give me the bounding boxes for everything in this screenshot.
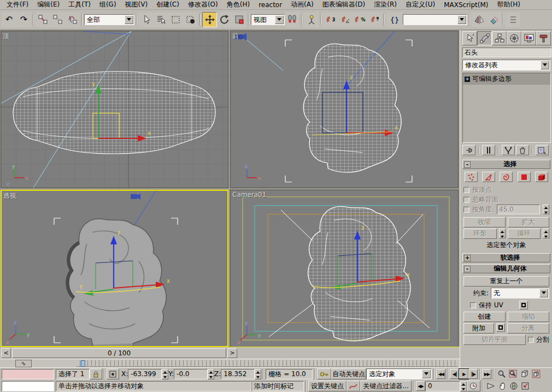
show-end-result-button[interactable] xyxy=(482,145,495,155)
next-frame-button[interactable]: ‖▶ xyxy=(468,369,478,379)
named-selection-sets-button[interactable]: {} xyxy=(386,12,403,27)
key-mode-toggle[interactable]: ◀▶ xyxy=(416,381,425,391)
viewport-front[interactable]: z x z x 前 xyxy=(230,31,459,188)
preserve-uv-settings-button[interactable] xyxy=(519,301,528,309)
slice-plane-button[interactable]: 切片平面 xyxy=(463,335,526,345)
menu-customize[interactable]: 自定义(U) xyxy=(401,0,439,10)
subobject-vertex-button[interactable] xyxy=(465,172,478,182)
tab-display[interactable] xyxy=(521,31,536,45)
auto-key-button[interactable]: 自动关键点 xyxy=(331,368,366,379)
menu-group[interactable]: 组(G) xyxy=(95,0,121,10)
attach-button[interactable]: 附加 xyxy=(463,323,494,334)
modifier-list-dropdown[interactable]: 修改器列表 xyxy=(462,60,550,71)
x-spinner[interactable] xyxy=(162,369,168,379)
arc-rotate-button[interactable] xyxy=(508,381,519,391)
rollout-selection-header[interactable]: -选择 xyxy=(462,160,550,169)
default-in-out-tangents-button[interactable] xyxy=(347,381,360,391)
menu-edit[interactable]: 编辑(E) xyxy=(33,0,64,10)
angle-value-field[interactable]: 45.0 xyxy=(497,204,540,214)
create-button[interactable]: 创建 xyxy=(463,312,506,322)
dropdown-arrow-icon[interactable] xyxy=(539,289,548,297)
key-selection-filter-dropdown[interactable]: 选定对象 xyxy=(366,368,432,379)
select-and-manipulate-button[interactable] xyxy=(304,12,319,27)
dropdown-arrow-icon[interactable] xyxy=(125,15,133,24)
pan-button[interactable] xyxy=(496,381,508,391)
frame-spinner[interactable] xyxy=(460,381,467,391)
z-coordinate-field[interactable]: 18.352 xyxy=(221,369,255,379)
subobject-edge-button[interactable] xyxy=(482,172,495,182)
ring-spinner[interactable] xyxy=(499,229,506,238)
subobject-polygon-button[interactable] xyxy=(518,172,531,182)
viewport-top[interactable]: y x y x z 顶 xyxy=(1,31,228,188)
tab-motion[interactable] xyxy=(507,31,521,45)
y-coordinate-field[interactable]: -0.0 xyxy=(174,369,208,379)
maxscript-mini-listener-pink[interactable] xyxy=(2,369,54,379)
select-and-scale-button[interactable] xyxy=(232,12,246,27)
menu-views[interactable]: 视图(V) xyxy=(121,0,152,10)
named-selection-dropdown[interactable] xyxy=(403,14,467,25)
selection-lock-toggle[interactable] xyxy=(90,368,102,379)
menu-rendering[interactable]: 渲染(R) xyxy=(369,0,401,10)
angle-snap-button[interactable] xyxy=(338,12,353,27)
play-button[interactable]: ▶ xyxy=(459,369,468,379)
previous-frame-button[interactable]: ◀‖ xyxy=(450,369,459,379)
ring-button[interactable]: 环形 xyxy=(463,229,497,239)
zoom-extents-all-button[interactable] xyxy=(530,369,542,379)
current-frame-field[interactable]: 0 xyxy=(425,381,460,391)
collapse-icon[interactable]: - xyxy=(464,161,471,168)
menu-graph-editors[interactable]: 图表编辑器(D) xyxy=(318,0,370,10)
align-button[interactable] xyxy=(486,12,501,27)
viewport-perspective[interactable]: z x Y z y x 透视 xyxy=(1,190,228,347)
rollout-soft-selection-header[interactable]: +软选择 xyxy=(462,253,550,262)
selection-filter-dropdown[interactable]: 全部 xyxy=(84,14,134,25)
time-configuration-button[interactable] xyxy=(467,381,480,391)
by-angle-checkbox[interactable] xyxy=(463,207,469,213)
mirror-button[interactable] xyxy=(472,12,486,27)
tab-create[interactable] xyxy=(462,31,477,45)
object-name-field[interactable] xyxy=(462,48,551,57)
dropdown-arrow-icon[interactable] xyxy=(275,15,284,24)
select-object-button[interactable] xyxy=(139,12,154,27)
shrink-button[interactable]: 收缩 xyxy=(463,217,506,227)
dropdown-arrow-icon[interactable] xyxy=(457,15,466,24)
collapse-button[interactable]: 塌陷 xyxy=(508,312,550,322)
repeat-last-button[interactable]: 重复上一个 xyxy=(463,276,549,286)
preserve-uv-checkbox[interactable] xyxy=(470,302,476,308)
pin-stack-button[interactable] xyxy=(462,145,475,155)
time-slider-next-button[interactable]: > xyxy=(227,348,237,358)
select-by-name-button[interactable] xyxy=(154,12,168,27)
maxscript-mini-listener-white[interactable] xyxy=(2,381,54,391)
set-key-button[interactable]: 设置关键点 xyxy=(308,381,347,391)
grow-button[interactable]: 扩大 xyxy=(508,217,550,227)
detach-button[interactable]: 分离 xyxy=(507,323,549,334)
loop-button[interactable]: 循环 xyxy=(508,229,541,239)
collapse-icon[interactable]: - xyxy=(464,266,471,272)
go-to-end-button[interactable]: ▶▶ xyxy=(482,369,491,379)
angle-spinner[interactable] xyxy=(543,204,549,214)
menu-tools[interactable]: 工具(T) xyxy=(64,0,95,10)
tab-utilities[interactable] xyxy=(536,31,551,45)
zoom-button[interactable] xyxy=(496,369,507,379)
z-spinner[interactable] xyxy=(255,369,261,379)
track-bar[interactable]: ∿ xyxy=(0,359,460,367)
tab-modify[interactable] xyxy=(477,31,492,45)
snap-toggle-button[interactable]: 3 xyxy=(323,12,338,27)
by-vertex-checkbox[interactable] xyxy=(463,187,469,193)
undo-button[interactable]: ↶ xyxy=(2,12,16,27)
zoom-all-button[interactable] xyxy=(507,369,519,379)
split-checkbox[interactable] xyxy=(528,337,534,343)
zoom-extents-button[interactable] xyxy=(519,369,530,379)
attach-settings-button[interactable] xyxy=(496,323,505,332)
redo-button[interactable]: ↷ xyxy=(16,12,31,27)
ignore-backfacing-checkbox[interactable] xyxy=(463,197,469,203)
x-coordinate-field[interactable]: -63.399 xyxy=(128,369,162,379)
key-filters-button[interactable]: 关键点过滤器... xyxy=(360,381,412,391)
viewport-top-label[interactable]: 顶 xyxy=(3,32,9,41)
subobject-element-button[interactable] xyxy=(535,172,548,182)
curve-editor-button[interactable] xyxy=(506,12,520,27)
configure-modifier-sets-button[interactable] xyxy=(536,145,549,155)
keyboard-shortcut-override-toggle[interactable] xyxy=(317,368,331,379)
add-time-tag-field[interactable]: 添加时间标记 xyxy=(251,381,304,391)
window-crossing-button[interactable] xyxy=(183,12,198,27)
absolute-mode-toggle[interactable] xyxy=(107,368,119,379)
